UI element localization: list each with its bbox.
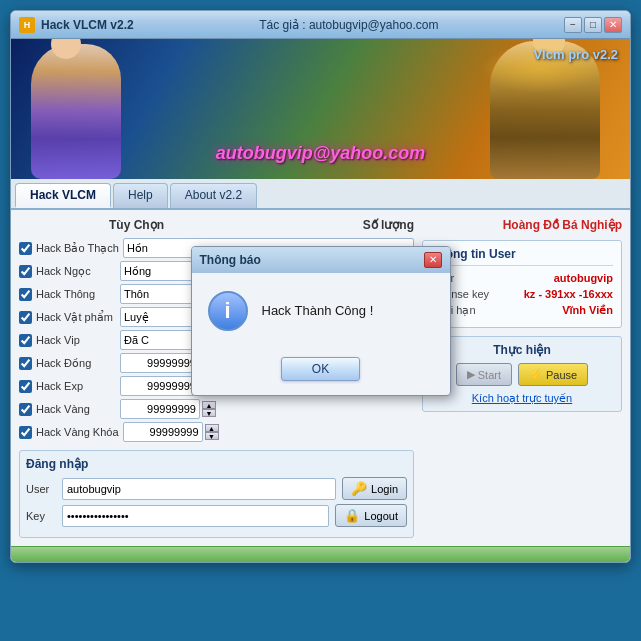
modal-body: i Hack Thành Công ! <box>192 273 450 349</box>
modal-ok-button[interactable]: OK <box>281 357 360 381</box>
modal-info-icon: i <box>208 291 248 331</box>
modal-title: Thông báo <box>200 253 424 267</box>
modal-footer: OK <box>192 349 450 395</box>
modal-title-bar: Thông báo ✕ <box>192 247 450 273</box>
modal-close-button[interactable]: ✕ <box>424 252 442 268</box>
modal-dialog: Thông báo ✕ i Hack Thành Công ! OK <box>191 246 451 396</box>
modal-message: Hack Thành Công ! <box>262 303 374 318</box>
modal-overlay: Thông báo ✕ i Hack Thành Công ! OK <box>0 0 641 641</box>
